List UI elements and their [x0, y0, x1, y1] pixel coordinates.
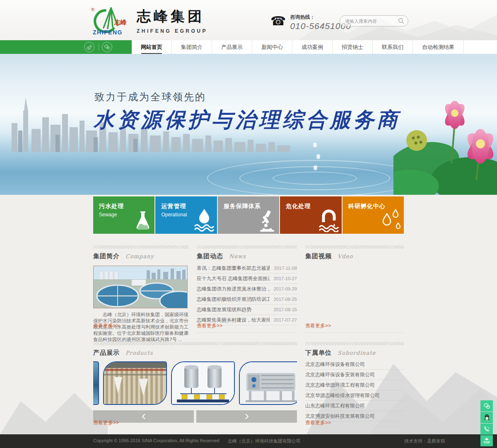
navbar: 网站首页 集团简介 产品展示 新闻中心 成功案例 招贤纳士 联系我们 自动检测结… — [0, 40, 497, 54]
site-title-cn: 志峰集团 — [137, 7, 207, 26]
news-item-title: 应十九大号召 志峰集团将全面推进水污 — [197, 275, 270, 282]
social-divider — [99, 44, 99, 51]
subordinate-item[interactable]: 北京华源志峰给排水管理有限公司 — [305, 390, 404, 401]
subordinate-item[interactable]: 山东志峰环境工程有限公司 — [305, 401, 404, 411]
company-logo[interactable]: ® 志峰 ZHIFENG — [89, 5, 133, 36]
site-header: ® 志峰 ZHIFENG 志峰集团 ZHIFENG EGROUP ☎ 咨询热线：… — [0, 0, 497, 40]
main-nav: 网站首页 集团简介 产品展示 新闻中心 成功案例 招贤纳士 联系我们 自动检测结… — [132, 40, 464, 54]
phone-icon: ☎ — [270, 14, 286, 31]
faucet-icon — [318, 208, 339, 232]
hero-banner: 致力于成为全球领先的 水资源保护与治理综合服务商 — [0, 54, 497, 195]
news-item-title: 志峰集团发展现状和趋势 — [197, 306, 251, 313]
logo-cn-text: 志峰 — [114, 19, 127, 26]
video-more-link[interactable]: 查看更多>> — [305, 322, 331, 329]
news-item[interactable]: 应十九大号召 志峰集团将全面推进水污 2017-10-27 — [197, 274, 297, 284]
water-droplet-decor — [316, 154, 320, 159]
nav-item-contact[interactable]: 联系我们 — [373, 40, 413, 54]
footer-copyright: Copyright © 1996-2016 SINA Corporation, … — [93, 438, 220, 444]
main-content: 污水处理 Sewage 运营管理 Operational — [0, 195, 497, 434]
subordinate-item[interactable]: 北京志峰环保设备有限公司 — [305, 359, 404, 370]
search-icon[interactable] — [398, 17, 405, 24]
nav-item-news[interactable]: 新闻中心 — [252, 40, 292, 54]
company-photo[interactable] — [93, 266, 188, 308]
nav-item-autocheck[interactable]: 自动检测结果 — [413, 40, 464, 54]
product-image-partial[interactable] — [93, 361, 99, 405]
banner-slogan-main: 水资源保护与治理综合服务商 — [94, 106, 400, 134]
back-to-top-button[interactable]: TOP — [480, 435, 493, 446]
nav-item-jobs[interactable]: 招贤纳士 — [333, 40, 373, 54]
company-more-link[interactable]: 查看更多>> — [93, 322, 119, 329]
nav-item-products[interactable]: 产品展示 — [212, 40, 252, 54]
carousel-controls — [93, 410, 297, 423]
site-title-en: ZHIFENG EGROUP — [137, 28, 207, 34]
chevron-right-icon — [244, 413, 249, 420]
video-section: 集团视频 Vdeo 查看更多>> — [305, 245, 404, 333]
news-item[interactable]: 志峰集团强力推进黑臭水体整治，还大家 2017-09-29 — [197, 284, 297, 294]
product-image-belt-press[interactable] — [239, 361, 297, 405]
service-hazardous[interactable]: 危化处理 — [280, 196, 341, 234]
products-title: 产品展示 — [93, 349, 120, 357]
news-subtitle: News — [229, 253, 246, 259]
subordinate-item[interactable]: 北京志峰环保设备安装有限公司 — [305, 370, 404, 380]
chevron-left-icon — [141, 413, 146, 420]
product-image-membrane[interactable] — [103, 361, 167, 405]
search-box — [340, 15, 408, 27]
lower-row: 产品展示 Products — [93, 342, 404, 430]
site-title: 志峰集团 ZHIFENG EGROUP — [137, 7, 207, 34]
news-more-link[interactable]: 查看更多>> — [197, 322, 222, 329]
news-item[interactable]: 喜讯：志峰集团董事长邵志元被通州区政NEW 2017-11-08 — [197, 263, 297, 274]
flask-icon — [134, 211, 152, 232]
qq-float-button[interactable] — [480, 412, 493, 423]
footer-company: 志峰（北京）环境科技集团有限公司 — [228, 438, 301, 444]
products-subtitle: Products — [125, 350, 153, 356]
service-guarantee[interactable]: 服务保障体系 — [218, 196, 279, 234]
section-pattern-bar — [305, 342, 404, 345]
company-section: 集团简介 Company — [93, 245, 188, 333]
floating-toolbar: TOP — [480, 400, 493, 447]
section-pattern-bar — [305, 245, 404, 249]
nav-item-about[interactable]: 集团简介 — [172, 40, 212, 54]
ink-mountains-decor — [0, 376, 108, 434]
info-row: 集团简介 Company — [93, 245, 404, 333]
water-ripple-decor — [273, 172, 357, 185]
section-pattern-bar — [197, 245, 297, 249]
nav-item-home[interactable]: 网站首页 — [132, 40, 172, 54]
subordinate-more-link[interactable]: 查看更多>> — [305, 419, 331, 426]
news-item-date: 2017-08-25 — [274, 297, 297, 302]
microscope-icon — [258, 210, 277, 232]
wechat-float-button[interactable] — [480, 400, 493, 412]
water-droplet-decor — [313, 143, 317, 148]
footer-support: 技术支持：圣辉友联 — [404, 438, 445, 444]
section-pattern-bar — [93, 245, 188, 249]
product-image-dosing-system[interactable] — [171, 361, 235, 405]
news-section: 集团动态 News 喜讯：志峰集团董事长邵志元被通州区政NEW 2017-11-… — [197, 245, 297, 333]
service-research[interactable]: 科研孵化中心 — [343, 196, 404, 234]
lotus-flower-decor — [393, 97, 497, 195]
subordinate-item[interactable]: 北京志峰华源环境工程有限公司 — [305, 380, 404, 390]
service-sewage[interactable]: 污水处理 Sewage — [93, 196, 154, 234]
service-title: 服务保障体系 — [224, 203, 279, 210]
news-title: 集团动态 — [197, 252, 223, 260]
carousel-next-button[interactable] — [196, 410, 297, 423]
news-item[interactable]: 志峰集团积极组织开展消防培训工作 2017-08-25 — [197, 294, 297, 305]
video-title: 集团视频 — [305, 252, 332, 260]
phone-call-icon — [483, 426, 490, 433]
products-section: 产品展示 Products — [93, 342, 297, 429]
site-footer: Copyright © 1996-2016 SINA Corporation, … — [0, 434, 497, 448]
search-input[interactable] — [345, 19, 398, 24]
subordinate-section: 下属单位 Subordinate 北京志峰环保设备有限公司 北京志峰环保设备安装… — [305, 342, 404, 430]
nav-social-panel — [0, 40, 132, 54]
hotline: ☎ 咨询热线： 010-56451000 — [270, 14, 351, 31]
phone-float-button[interactable] — [480, 424, 493, 435]
qq-icon — [483, 414, 490, 421]
service-operational[interactable]: 运营管理 Operational — [155, 196, 217, 234]
news-item[interactable]: 志峰集团发展现状和趋势 2017-08-15 — [197, 305, 297, 315]
nav-item-cases[interactable]: 成功案例 — [292, 40, 333, 54]
weibo-icon[interactable] — [84, 42, 94, 52]
subordinate-title: 下属单位 — [305, 349, 332, 357]
wechat-icon[interactable] — [102, 42, 112, 52]
news-item-date: 2017-09-29 — [274, 286, 297, 291]
products-more-link[interactable]: 查看更多>> — [93, 419, 119, 426]
service-blocks: 污水处理 Sewage 运营管理 Operational — [93, 195, 404, 234]
subordinate-list: 北京志峰环保设备有限公司 北京志峰环保设备安装有限公司 北京志峰华源环境工程有限… — [305, 359, 404, 421]
